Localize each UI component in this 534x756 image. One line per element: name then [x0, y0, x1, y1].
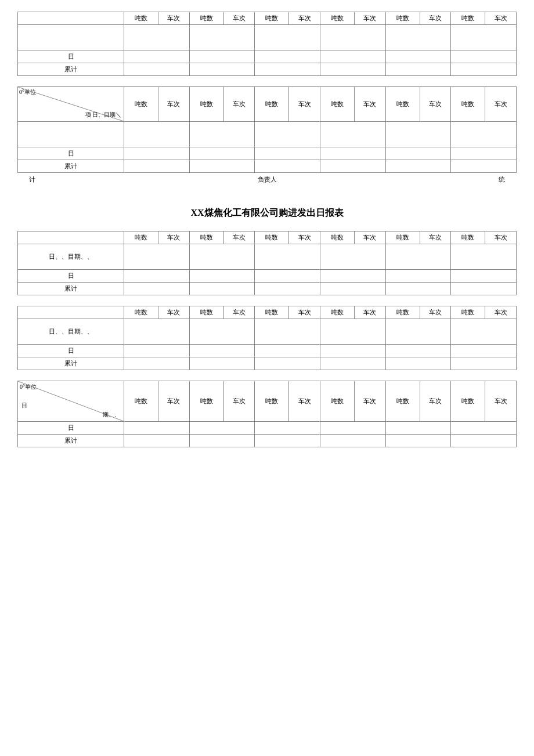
table-row-header: 吨数 车次 吨数 车次 吨数 车次 吨数 车次 吨数 车次 吨数 车次 [18, 306, 517, 319]
col-trip-1: 车次 [158, 87, 190, 122]
col-trip-4: 车次 [355, 87, 386, 122]
table-row [18, 122, 517, 147]
col-trip-4: 车次 [355, 12, 386, 25]
col-ton-4: 吨数 [320, 87, 354, 122]
col-trip-1: 车次 [158, 381, 190, 422]
col-trip-1: 车次 [158, 12, 190, 25]
col-trip-4: 车次 [355, 231, 386, 244]
footer-responsible-label: 负责人 [258, 175, 277, 184]
col-ton-1: 吨数 [124, 381, 158, 422]
col-ton-6: 吨数 [451, 12, 485, 25]
table5-header-period: 期、、 [103, 411, 120, 419]
col-ton-2: 吨数 [189, 12, 223, 25]
col-ton-1: 吨数 [124, 87, 158, 122]
col-ton-2: 吨数 [189, 231, 223, 244]
cumulative-label: 累计 [18, 63, 124, 76]
col-trip-6: 车次 [485, 87, 517, 122]
col-ton-6: 吨数 [451, 306, 485, 319]
col-ton-3: 吨数 [255, 306, 289, 319]
cumulative-label-5: 累计 [18, 435, 124, 447]
col-ton-6: 吨数 [451, 381, 485, 422]
col-trip-1: 车次 [158, 306, 190, 319]
col-ton-2: 吨数 [189, 381, 223, 422]
col-ton-1: 吨数 [124, 306, 158, 319]
col-trip-3: 车次 [289, 306, 320, 319]
table-row-header: 吨数 车次 吨数 车次 吨数 车次 吨数 车次 吨数 车次 吨数 车次 [18, 231, 517, 244]
table-row: 吨数 车次 吨数 车次 吨数 车次 吨数 车次 吨数 车次 吨数 车次 [18, 12, 517, 25]
col-trip-5: 车次 [420, 87, 451, 122]
table3: 吨数 车次 吨数 车次 吨数 车次 吨数 车次 吨数 车次 吨数 车次 日、、目… [17, 231, 517, 295]
col-ton-1: 吨数 [124, 12, 158, 25]
col-trip-3: 车次 [289, 87, 320, 122]
top-section: 吨数 车次 吨数 车次 吨数 车次 吨数 车次 吨数 车次 吨数 车次 [17, 12, 517, 76]
col-ton-6: 吨数 [451, 87, 485, 122]
table-row-day: 日 [18, 345, 517, 357]
table-row-day: 日 [18, 147, 517, 160]
col-ton-5: 吨数 [385, 12, 420, 25]
col-trip-2: 车次 [223, 381, 255, 422]
cumulative-label-2: 累计 [18, 160, 124, 173]
col-trip-2: 车次 [223, 306, 255, 319]
col-ton-4: 吨数 [320, 306, 354, 319]
table-row-cumulative: 累计 [18, 63, 517, 76]
col-trip-2: 车次 [223, 87, 255, 122]
date-period-label: 日、、目期、、 [18, 244, 124, 270]
col-trip-5: 车次 [420, 306, 451, 319]
col-trip-3: 车次 [289, 12, 320, 25]
table-top2: 0°单位 项 日、目期＼ 吨数 车次 吨数 车次 吨数 车次 吨数 车次 吨数 … [17, 86, 517, 173]
col-trip-2: 车次 [223, 231, 255, 244]
col-ton-2: 吨数 [189, 306, 223, 319]
table-row-cumulative: 累计 [18, 435, 517, 447]
footer-stats-label: 统 [499, 175, 505, 184]
table5: 0°单位 日 期、、 吨数 车次 吨数 车次 吨数 车次 吨数 车次 吨数 车次… [17, 381, 517, 447]
col-trip-5: 车次 [420, 381, 451, 422]
col-trip-6: 车次 [485, 306, 517, 319]
day-label-5: 日 [18, 422, 124, 435]
col-trip-4: 车次 [355, 381, 386, 422]
day-label: 日 [18, 50, 124, 63]
table-row-date: 日、、目期、、 [18, 319, 517, 345]
col-ton-5: 吨数 [385, 306, 420, 319]
col-ton-4: 吨数 [320, 231, 354, 244]
page-title: XX煤焦化工有限公司购进发出日报表 [17, 207, 517, 219]
table-row-day: 日 [18, 422, 517, 435]
section-table4: 吨数 车次 吨数 车次 吨数 车次 吨数 车次 吨数 车次 吨数 车次 日、、目… [17, 306, 517, 370]
col-ton-5: 吨数 [385, 231, 420, 244]
date-period-label-4: 日、、目期、、 [18, 319, 124, 345]
footer-count-label: 计 [29, 175, 35, 184]
col-trip-6: 车次 [485, 12, 517, 25]
col-trip-4: 车次 [355, 306, 386, 319]
table-row [18, 25, 517, 50]
col-ton-6: 吨数 [451, 231, 485, 244]
col-ton-2: 吨数 [189, 87, 223, 122]
cumulative-label-3: 累计 [18, 283, 124, 295]
table-row-day: 日 [18, 270, 517, 283]
col-ton-3: 吨数 [255, 12, 289, 25]
col-ton-3: 吨数 [255, 87, 289, 122]
table4: 吨数 车次 吨数 车次 吨数 车次 吨数 车次 吨数 车次 吨数 车次 日、、目… [17, 306, 517, 370]
table-row-date: 日、、目期、、 [18, 244, 517, 270]
cumulative-label-4: 累计 [18, 357, 124, 370]
table-row-header: 0°单位 日 期、、 吨数 车次 吨数 车次 吨数 车次 吨数 车次 吨数 车次… [18, 381, 517, 422]
day-label-3: 日 [18, 270, 124, 283]
diagonal-header-label: 项 日、目期＼ [85, 111, 122, 119]
col-trip-6: 车次 [485, 381, 517, 422]
col-trip-5: 车次 [420, 12, 451, 25]
col-ton-4: 吨数 [320, 381, 354, 422]
table2-footer: 计 负责人 统 [17, 175, 517, 184]
table-row-day: 日 [18, 50, 517, 63]
table-row-cumulative: 累计 [18, 160, 517, 173]
col-ton-1: 吨数 [124, 231, 158, 244]
col-ton-5: 吨数 [385, 381, 420, 422]
col-trip-6: 车次 [485, 231, 517, 244]
col-trip-1: 车次 [158, 231, 190, 244]
table5-header-day: 日 [21, 401, 27, 410]
table-row-cumulative: 累计 [18, 283, 517, 295]
col-ton-4: 吨数 [320, 12, 354, 25]
col-ton-3: 吨数 [255, 231, 289, 244]
col-trip-5: 车次 [420, 231, 451, 244]
day-label-2: 日 [18, 147, 124, 160]
table-row-cumulative: 累计 [18, 357, 517, 370]
col-trip-2: 车次 [223, 12, 255, 25]
col-ton-3: 吨数 [255, 381, 289, 422]
